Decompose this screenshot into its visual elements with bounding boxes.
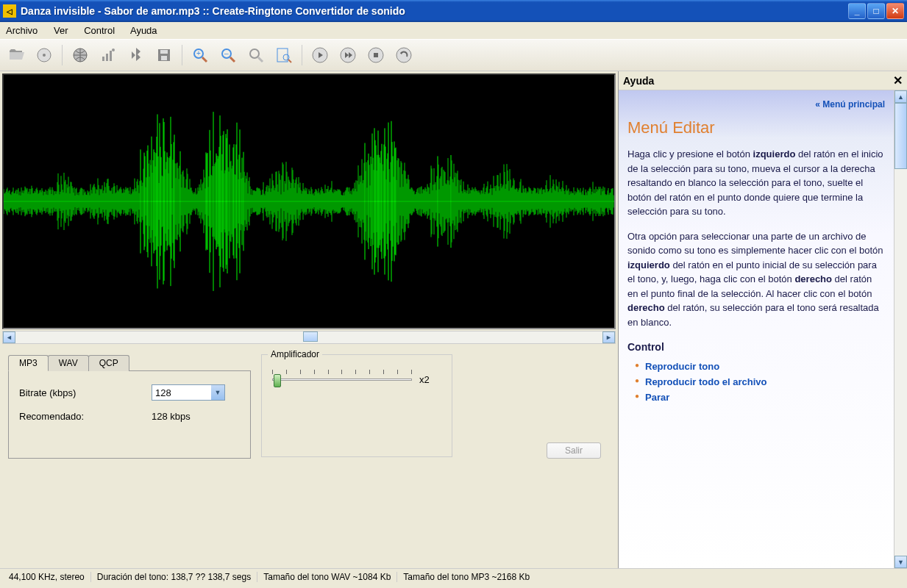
help-back-link[interactable]: « Menú principal <box>627 98 885 111</box>
loop-icon[interactable] <box>392 43 416 67</box>
open-folder-icon[interactable] <box>4 43 28 67</box>
save-icon[interactable] <box>152 43 176 67</box>
svg-rect-5 <box>110 51 112 61</box>
minimize-button[interactable]: _ <box>848 3 866 19</box>
help-heading: Menú Editar <box>627 115 885 140</box>
cd-icon[interactable] <box>32 43 56 67</box>
help-control-heading: Control <box>627 340 885 355</box>
help-title: Ayuda <box>623 75 654 87</box>
statusbar: 44,100 KHz, stereo Duración del tono: 13… <box>0 568 907 584</box>
bitrate-label: Bitrate (kbps) <box>19 387 152 398</box>
bitrate-value: 128 <box>152 387 211 398</box>
svg-point-1 <box>43 54 46 57</box>
help-para1: Haga clic y presione el botón izquierdo … <box>627 147 885 219</box>
scroll-thumb[interactable] <box>303 331 318 342</box>
scroll-down-button[interactable]: ▼ <box>894 556 907 568</box>
svg-point-16 <box>250 49 259 58</box>
help-para2: Otra opción para seleccionar una parte d… <box>627 229 885 330</box>
titlebar: ◁ Danza invisible - Sabor de amor.mp3 ::… <box>0 0 907 22</box>
svg-line-14 <box>230 57 235 62</box>
amplifier-multiplier: x2 <box>419 374 430 385</box>
bluetooth-icon[interactable] <box>124 43 148 67</box>
help-link-stop[interactable]: Parar <box>635 390 885 406</box>
menu-ver[interactable]: Ver <box>54 25 68 36</box>
play-all-icon[interactable] <box>336 43 360 67</box>
amplifier-legend: Amplificador <box>268 349 322 359</box>
svg-line-17 <box>258 57 263 62</box>
svg-rect-9 <box>161 56 167 60</box>
status-mp3-size: Tamaño del tono MP3 ~2168 Kb <box>397 572 536 582</box>
svg-point-19 <box>283 54 289 60</box>
status-duration: Duración del tono: 138,7 ?? 138,7 segs <box>91 572 257 582</box>
tab-body: Bitrate (kbps) 128 ▼ Recomendado: 128 kb… <box>8 370 251 459</box>
stop-icon[interactable] <box>364 43 388 67</box>
svg-rect-8 <box>160 50 168 54</box>
amplifier-panel: Amplificador x2 <box>261 354 452 457</box>
menubar: Archivo Ver Control Ayuda <box>0 22 907 39</box>
horizontal-scrollbar[interactable]: ◄ ► <box>2 331 616 344</box>
window-title: Danza invisible - Sabor de amor.mp3 :: C… <box>21 5 848 17</box>
help-close-button[interactable]: ✕ <box>893 74 903 87</box>
close-button[interactable]: ✕ <box>886 3 904 19</box>
svg-rect-4 <box>106 54 108 61</box>
recommended-label: Recomendado: <box>19 411 152 422</box>
menu-ayuda[interactable]: Ayuda <box>130 25 157 36</box>
svg-line-11 <box>202 57 207 62</box>
svg-point-25 <box>396 48 411 62</box>
svg-rect-18 <box>277 49 288 62</box>
svg-rect-24 <box>374 53 378 57</box>
zoom-select-icon[interactable] <box>244 43 268 67</box>
svg-point-6 <box>112 49 115 51</box>
help-content: « Menú principal Menú Editar Haga clic y… <box>619 90 894 568</box>
scroll-up-button[interactable]: ▲ <box>894 90 907 103</box>
scroll-right-button[interactable]: ► <box>602 331 615 343</box>
status-wav-size: Tamaño del tono WAV ~1084 Kb <box>257 572 397 582</box>
vscroll-thumb[interactable] <box>894 103 907 169</box>
svg-text:+: + <box>196 49 201 57</box>
exit-button[interactable]: Salir <box>547 442 601 459</box>
zoom-fit-icon[interactable] <box>272 43 296 67</box>
bitrate-select[interactable]: 128 ▼ <box>152 384 225 401</box>
chevron-down-icon[interactable]: ▼ <box>211 385 224 400</box>
svg-rect-3 <box>102 57 104 61</box>
zoom-out-icon[interactable]: – <box>216 43 240 67</box>
signal-icon[interactable] <box>96 43 120 67</box>
tab-wav[interactable]: WAV <box>48 355 89 371</box>
app-icon: ◁ <box>3 4 16 18</box>
help-link-play-tone[interactable]: Reproducir tono <box>635 359 885 375</box>
waveform-panel[interactable]: void(0) <box>2 74 616 329</box>
toolbar: + – <box>0 39 907 71</box>
globe-icon[interactable] <box>68 43 92 67</box>
maximize-button[interactable]: □ <box>867 3 885 19</box>
status-freq: 44,100 KHz, stereo <box>3 572 91 582</box>
help-link-play-all[interactable]: Reproducir todo el archivo <box>635 375 885 390</box>
help-header: Ayuda ✕ <box>619 71 907 90</box>
svg-text:–: – <box>224 49 229 57</box>
zoom-in-icon[interactable]: + <box>188 43 212 67</box>
tab-qcp[interactable]: QCP <box>88 355 129 371</box>
menu-control[interactable]: Control <box>84 25 115 36</box>
recommended-value: 128 kbps <box>152 411 191 422</box>
amplifier-slider[interactable] <box>272 368 412 390</box>
scroll-track[interactable] <box>15 331 602 343</box>
play-icon[interactable] <box>308 43 332 67</box>
vertical-scrollbar[interactable]: ▲ ▼ <box>894 90 907 568</box>
tab-mp3[interactable]: MP3 <box>8 355 49 371</box>
scroll-left-button[interactable]: ◄ <box>3 331 15 343</box>
svg-line-20 <box>288 60 291 62</box>
menu-archivo[interactable]: Archivo <box>6 25 38 36</box>
slider-handle[interactable] <box>274 374 281 387</box>
